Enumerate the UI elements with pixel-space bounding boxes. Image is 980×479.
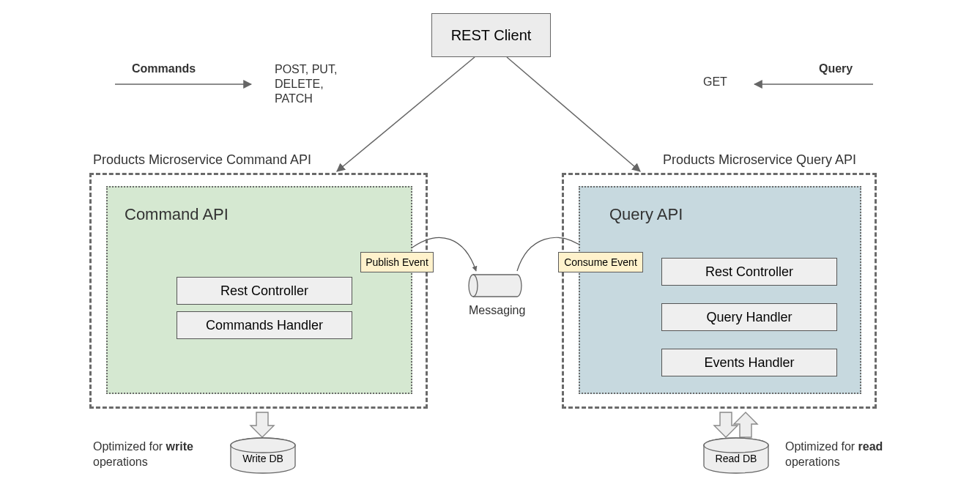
commands-methods: POST, PUT, DELETE, PATCH — [275, 62, 337, 106]
read-db-up-arrow — [734, 412, 757, 437]
consume-event-text: Consume Event — [564, 256, 637, 268]
read-opt-suffix: operations — [785, 456, 840, 468]
write-db-down-arrow — [250, 412, 274, 437]
commands-handler-label: Commands Handler — [206, 318, 323, 333]
cmd-rest-controller-label: Rest Controller — [220, 283, 308, 299]
commands-label: Commands — [132, 62, 196, 75]
query-inner-title: Query API — [609, 205, 683, 224]
publish-event-label: Publish Event — [360, 252, 434, 272]
events-handler-box: Events Handler — [661, 349, 837, 376]
read-db-down-arrow — [714, 412, 738, 437]
read-opt-prefix: Optimized for — [785, 440, 858, 453]
command-outer-title: Products Microservice Command API — [93, 152, 311, 168]
commands-handler-box: Commands Handler — [177, 311, 352, 339]
read-db-label: Read DB — [704, 453, 768, 464]
command-inner-title: Command API — [125, 205, 229, 224]
cmd-rest-controller-box: Rest Controller — [177, 277, 352, 305]
messaging-label: Messaging — [469, 304, 525, 317]
consume-event-label: Consume Event — [558, 252, 643, 272]
messaging-cylinder — [469, 275, 521, 297]
read-opt-bold: read — [858, 440, 883, 453]
qry-rest-controller-label: Rest Controller — [705, 264, 793, 280]
query-handler-label: Query Handler — [706, 310, 792, 325]
rest-client-label: REST Client — [451, 27, 532, 44]
query-method: GET — [703, 75, 727, 89]
events-handler-label: Events Handler — [704, 355, 794, 371]
write-opt-suffix: operations — [93, 456, 148, 468]
write-db-label: Write DB — [231, 453, 295, 464]
read-opt-caption: Optimized for read operations — [785, 439, 883, 470]
publish-event-text: Publish Event — [365, 256, 428, 268]
query-handler-box: Query Handler — [661, 303, 837, 331]
write-opt-caption: Optimized for write operations — [93, 439, 193, 470]
rest-client-box: REST Client — [431, 13, 551, 57]
qry-rest-controller-box: Rest Controller — [661, 258, 837, 286]
rest-to-query-arrow — [507, 57, 640, 171]
svg-point-4 — [704, 438, 768, 453]
rest-to-command-arrow — [337, 57, 475, 171]
write-opt-prefix: Optimized for — [93, 440, 166, 453]
query-outer-title: Products Microservice Query API — [663, 152, 856, 168]
write-opt-bold: write — [166, 440, 193, 453]
svg-point-2 — [231, 438, 295, 453]
query-label: Query — [819, 62, 853, 75]
